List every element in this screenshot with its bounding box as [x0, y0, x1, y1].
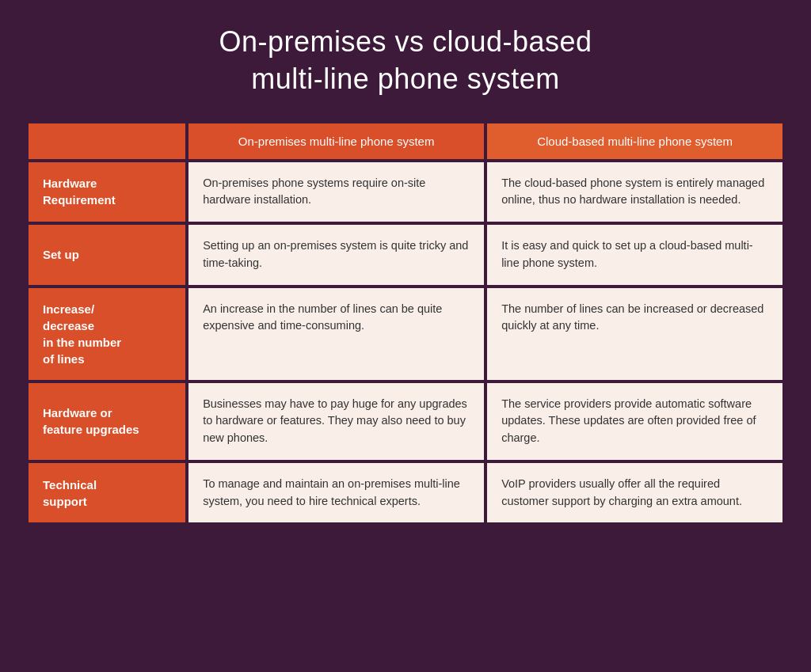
table-body: HardwareRequirementOn-premises phone sys… — [29, 162, 782, 523]
row-cloud-1: It is easy and quick to set up a cloud-b… — [487, 225, 782, 285]
title-line1: On-premises vs cloud-based — [219, 25, 592, 58]
table-header-row: On-premises multi-line phone system Clou… — [29, 123, 782, 159]
row-label-2: Increase/decreasein the numberof lines — [29, 288, 185, 380]
table-row: Set upSetting up an on-premises system i… — [29, 225, 782, 285]
row-cloud-0: The cloud-based phone system is entirely… — [487, 162, 782, 222]
title-line2: multi-line phone system — [251, 63, 560, 95]
header-onprem: On-premises multi-line phone system — [188, 123, 484, 159]
comparison-table: On-premises multi-line phone system Clou… — [25, 120, 786, 526]
table-row: TechnicalsupportTo manage and maintain a… — [29, 463, 782, 523]
header-empty-cell — [29, 123, 185, 159]
table-row: HardwareRequirementOn-premises phone sys… — [29, 162, 782, 222]
row-label-4: Technicalsupport — [29, 463, 185, 523]
comparison-table-wrapper: On-premises multi-line phone system Clou… — [25, 120, 786, 526]
row-label-0: HardwareRequirement — [29, 162, 185, 222]
row-onprem-1: Setting up an on-premises system is quit… — [188, 225, 484, 285]
row-cloud-3: The service providers provide automatic … — [487, 383, 782, 460]
main-container: On-premises vs cloud-based multi-line ph… — [0, 0, 811, 672]
header-cloud: Cloud-based multi-line phone system — [487, 123, 782, 159]
row-onprem-0: On-premises phone systems require on-sit… — [188, 162, 484, 222]
page-title: On-premises vs cloud-based multi-line ph… — [219, 24, 592, 98]
row-label-3: Hardware orfeature upgrades — [29, 383, 185, 460]
row-cloud-2: The number of lines can be increased or … — [487, 288, 782, 380]
row-label-1: Set up — [29, 225, 185, 285]
table-row: Increase/decreasein the numberof linesAn… — [29, 288, 782, 380]
row-onprem-3: Businesses may have to pay huge for any … — [188, 383, 484, 460]
table-row: Hardware orfeature upgradesBusinesses ma… — [29, 383, 782, 460]
row-onprem-4: To manage and maintain an on-premises mu… — [188, 463, 484, 523]
row-onprem-2: An increase in the number of lines can b… — [188, 288, 484, 380]
row-cloud-4: VoIP providers usually offer all the req… — [487, 463, 782, 523]
